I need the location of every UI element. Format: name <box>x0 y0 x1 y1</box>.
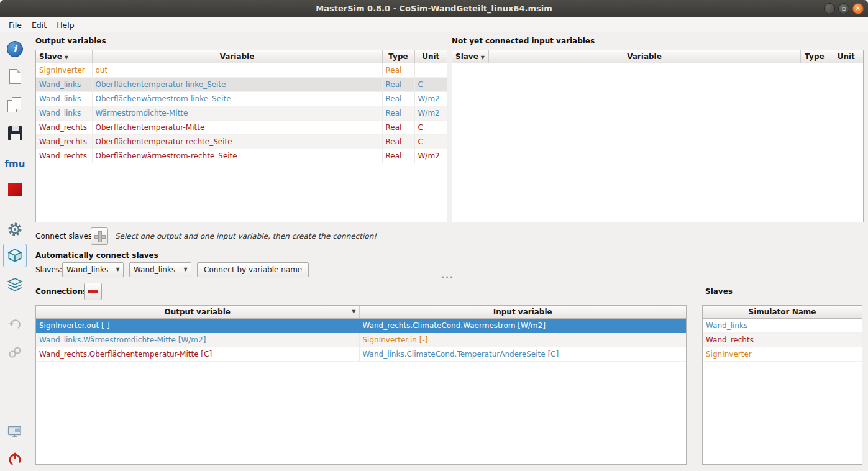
input-variables-table: Slave▼ Variable Type Unit <box>452 50 863 63</box>
column-header-variable[interactable]: Variable <box>488 50 800 63</box>
logo-button[interactable] <box>0 178 30 201</box>
connect-slaves-label: Connect slaves <box>35 232 92 240</box>
cell-type: Real <box>382 63 414 77</box>
minus-icon <box>88 290 98 293</box>
splitter-handle[interactable]: ··· <box>441 272 454 281</box>
open-project-button[interactable] <box>0 93 30 117</box>
plus-icon <box>94 231 104 241</box>
feedback-icon <box>7 424 23 440</box>
cell-input-variable: SignInverter.in [-] <box>359 332 686 347</box>
cell-slave: Wand_rechts <box>36 134 92 149</box>
table-header-row: Slave▼ Variable Type Unit <box>452 50 863 63</box>
table-row[interactable]: Wand_rechts Oberflächentemperatur-Mitte … <box>36 120 447 134</box>
sort-descending-icon: ▼ <box>352 309 355 314</box>
cell-type: Real <box>382 120 414 134</box>
cell-input-variable: Wand_rechts.ClimateCond.Waermestrom [W/m… <box>359 318 686 332</box>
cell-variable: Oberflächenwärmestrom-linke_Seite <box>92 91 382 106</box>
feedback-button[interactable] <box>0 420 30 444</box>
table-row[interactable]: Wand_links Oberflächentemperatur-linke_S… <box>36 77 447 91</box>
new-project-button[interactable] <box>0 65 30 88</box>
fmu-export-button[interactable]: fmu <box>0 152 30 176</box>
cell-variable: Oberflächentemperatur-Mitte <box>92 120 382 134</box>
cell-type: Real <box>382 106 414 120</box>
app-window: MasterSim 0.8.0 - CoSim-WandGeteilt_linu… <box>0 0 868 471</box>
cell-slave: Wand_rechts <box>36 149 92 163</box>
cell-unit <box>414 63 447 77</box>
cell-output-variable: Wand_links.Wärmestromdichte-Mitte [W/m2] <box>36 332 359 347</box>
connect-by-name-button[interactable]: Connect by variable name <box>197 262 309 277</box>
add-connection-button[interactable] <box>91 227 108 245</box>
column-header-unit[interactable]: Unit <box>414 50 447 63</box>
column-header-variable[interactable]: Variable <box>92 50 382 63</box>
cell-unit: C <box>414 120 447 134</box>
connections-table: Output variable▼ Input variable SignInve… <box>36 306 686 362</box>
table-row[interactable]: Wand_rechts.Oberflächentemperatur-Mitte … <box>36 347 686 361</box>
connections-view-button[interactable] <box>0 273 30 297</box>
slaves-view-button[interactable] <box>3 244 27 267</box>
power-icon <box>7 451 23 467</box>
table-header-row: Output variable▼ Input variable <box>36 306 686 318</box>
input-variables-title: Not yet connected input variables <box>452 37 595 45</box>
menu-file[interactable]: File <box>4 19 27 32</box>
menu-edit[interactable]: Edit <box>27 19 52 32</box>
slave-select-2[interactable]: Wand_links ▼ <box>129 262 191 277</box>
column-header-label: Slave <box>39 52 62 61</box>
slave-select-2-value: Wand_links <box>130 265 180 274</box>
menu-help[interactable]: Help <box>52 19 80 32</box>
window-title: MasterSim 0.8.0 - CoSim-WandGeteilt_linu… <box>0 0 868 17</box>
table-row[interactable]: Wand_rechts Oberflächenwärmestrom-rechte… <box>36 149 447 163</box>
slave-select-1-value: Wand_links <box>63 265 112 274</box>
connections-title: Connections <box>35 287 87 296</box>
column-header-unit[interactable]: Unit <box>829 50 863 63</box>
cell-variable: Oberflächentemperatur-linke_Seite <box>92 77 382 91</box>
cell-simulator-name: SignInverter <box>703 347 862 361</box>
close-button[interactable]: ✕ <box>852 3 864 14</box>
minimize-button[interactable]: – <box>824 3 835 14</box>
table-row[interactable]: Wand_links Wärmestromdichte-Mitte Real W… <box>36 106 447 120</box>
link-button[interactable] <box>0 341 30 364</box>
output-variables-table: Slave▼ Variable Type Unit SignInverter o… <box>36 50 447 163</box>
column-header-type[interactable]: Type <box>382 50 414 63</box>
output-variables-title: Output variables <box>35 37 106 45</box>
chevron-down-icon: ▼ <box>65 55 68 60</box>
titlebar[interactable]: MasterSim 0.8.0 - CoSim-WandGeteilt_linu… <box>0 0 868 17</box>
table-row[interactable]: Wand_links <box>703 318 862 332</box>
remove-connection-button[interactable] <box>84 283 102 300</box>
table-row[interactable]: SignInverter.out [-] Wand_rechts.Climate… <box>36 318 686 332</box>
column-header-input-variable[interactable]: Input variable <box>359 306 686 318</box>
maximize-button[interactable]: ▫ <box>838 3 849 14</box>
cell-type: Real <box>382 77 414 91</box>
table-row[interactable]: Wand_links Oberflächenwärmestrom-linke_S… <box>36 91 447 106</box>
column-header-output-variable[interactable]: Output variable▼ <box>36 306 359 318</box>
new-file-icon <box>9 69 21 84</box>
column-header-simulator-name[interactable]: Simulator Name <box>703 306 862 318</box>
slaves-panel: Simulator Name Wand_links Wand_rechts Si… <box>702 305 862 465</box>
cell-unit: W/m2 <box>414 149 447 163</box>
column-header-slave[interactable]: Slave▼ <box>36 50 92 63</box>
slaves-table: Simulator Name Wand_links Wand_rechts Si… <box>703 306 862 362</box>
menubar: File Edit Help <box>0 17 868 32</box>
slave-select-1[interactable]: Wand_links ▼ <box>62 262 124 277</box>
undo-button[interactable] <box>0 314 30 337</box>
column-header-type[interactable]: Type <box>800 50 829 63</box>
output-variables-panel: Slave▼ Variable Type Unit SignInverter o… <box>35 50 447 222</box>
open-file-icon <box>7 97 23 113</box>
sidebar-toolbar: i fmu <box>0 32 30 471</box>
about-button[interactable]: i <box>0 37 30 61</box>
link-icon <box>7 345 22 360</box>
table-row[interactable]: Wand_rechts Oberflächentemperatur-rechte… <box>36 134 447 149</box>
cell-slave: SignInverter <box>36 63 92 77</box>
table-row[interactable]: SignInverter out Real <box>36 63 447 77</box>
cell-unit: C <box>414 77 447 91</box>
connections-panel: Output variable▼ Input variable SignInve… <box>35 305 687 465</box>
table-row[interactable]: Wand_rechts <box>703 332 862 347</box>
layers-icon <box>7 277 23 293</box>
input-variables-panel: Slave▼ Variable Type Unit <box>452 50 864 222</box>
quit-button[interactable] <box>0 447 30 471</box>
save-project-button[interactable] <box>0 121 30 145</box>
table-row[interactable]: SignInverter <box>703 347 862 361</box>
undo-icon <box>7 318 22 333</box>
table-row[interactable]: Wand_links.Wärmestromdichte-Mitte [W/m2]… <box>36 332 686 347</box>
column-header-slave[interactable]: Slave▼ <box>452 50 488 63</box>
simulation-settings-button[interactable] <box>0 217 30 241</box>
